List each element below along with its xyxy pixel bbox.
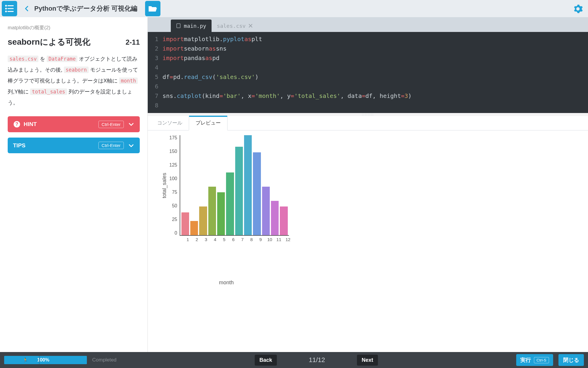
code-chip: seaborn [64,67,89,73]
run-shortcut: Ctrl-S [534,357,549,363]
chart-bar [235,147,243,235]
menu-button[interactable] [2,1,17,16]
code-chip: month [119,78,138,84]
chart-bar [226,172,234,235]
chart-xaxis: 123456789101112 [183,236,293,278]
code-chip: total_sales [30,88,67,95]
chevron-left-icon [24,5,30,12]
svg-text:?: ? [15,122,18,127]
tips-label: TIPS [13,142,25,149]
chart-bar [253,152,261,235]
progress-bar[interactable]: 🏃 100% [4,356,87,364]
bar-chart: total_sales 1751501251007550250 total_sa… [160,135,293,304]
svg-point-0 [6,5,7,6]
chart-bar [262,187,270,235]
page-indicator: 11/12 [309,356,325,364]
instruction-panel: matplotlibの概要(2) seabornによる可視化 2-11 sale… [0,17,148,352]
run-button[interactable]: 実行 Ctrl-S [516,354,553,366]
chart-bar [208,187,216,235]
chart-bar [217,192,225,235]
close-button[interactable]: 閉じる [558,354,584,366]
preview-panel: total_sales 1751501251007550250 total_sa… [148,130,588,352]
tab-label: sales.csv [217,23,246,29]
chart-bar [190,221,198,235]
question-circle-icon: ? [13,120,21,128]
output-tabs: コンソール プレビュー [148,116,588,130]
lesson-number: 2-11 [126,38,140,46]
chart-bar [199,206,207,235]
tab-main-py[interactable]: main.py [171,20,212,32]
runner-icon: 🏃 [22,358,28,362]
next-button[interactable]: Next [357,355,378,366]
chart-ylabel: total_sales [160,135,169,236]
list-icon [4,4,14,14]
code-chip: DataFrame [47,56,77,62]
lesson-title: seabornによる可視化 [8,36,90,48]
tab-preview[interactable]: プレビュー [189,116,228,130]
course-title: Pythonで学ぶデータ分析 可視化編 [34,4,137,13]
chart-plot-area [180,135,289,236]
completed-label: Completed [92,357,116,363]
chevron-down-icon [128,142,134,149]
hint-shortcut: Ctrl-Enter [98,121,124,128]
chart-yaxis: 1751501251007550250 [169,135,180,236]
gear-icon [573,4,583,14]
code-editor[interactable]: 1import matplotlib.pyplot as plt 2import… [148,32,588,113]
svg-point-4 [6,11,7,12]
tips-button[interactable]: TIPS Ctrl-Enter [8,138,140,153]
close-icon[interactable] [248,24,253,28]
tips-shortcut: Ctrl-Enter [98,142,124,149]
hint-label: HINT [24,121,37,127]
tab-sales-csv[interactable]: sales.csv [212,20,258,32]
progress-percent: 100% [28,357,87,363]
top-bar: Pythonで学ぶデータ分析 可視化編 [0,0,588,17]
file-icon [176,23,181,28]
chart-bar [181,212,189,235]
bottom-bar: 🏃 100% Completed Back 11/12 Next 実行 Ctrl… [0,352,588,368]
back-chevron[interactable] [24,5,31,12]
chart-bar [271,201,279,235]
svg-point-2 [6,8,7,9]
run-label: 実行 [520,356,531,364]
hint-button[interactable]: ? HINT Ctrl-Enter [8,116,140,132]
tab-console[interactable]: コンソール [151,116,189,130]
code-chip: sales.csv [8,56,38,62]
chart-bar [280,206,287,235]
editor-tabs: main.py sales.csv [148,17,588,32]
lesson-description: sales.csv を DataFrame オブジェクトとして読み込みましょう。… [8,54,140,108]
svg-rect-8 [177,24,180,28]
settings-button[interactable] [572,3,584,15]
tab-label: main.py [184,23,206,29]
chevron-down-icon [128,121,134,127]
back-button[interactable]: Back [255,355,277,366]
chart-xlabel: month [172,280,281,304]
open-folder-button[interactable] [145,1,160,16]
chart-bar [244,135,252,235]
folder-open-icon [148,4,157,13]
breadcrumb: matplotlibの概要(2) [8,24,140,31]
